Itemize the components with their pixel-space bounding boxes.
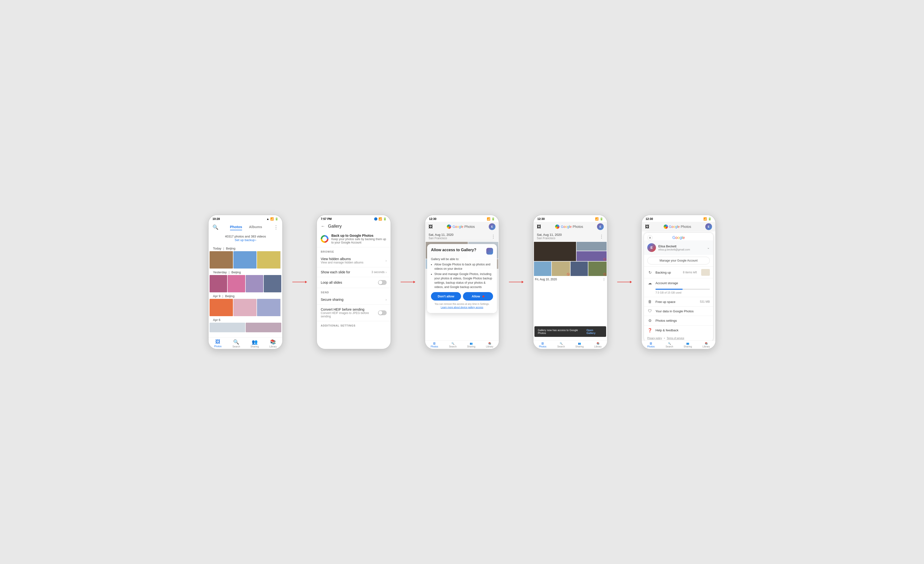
chevron-icon-2: › <box>386 270 387 274</box>
allow-button[interactable]: Allow <box>463 292 493 300</box>
phone5-account-chevron[interactable]: ⌄ <box>707 246 710 249</box>
photo-cell <box>210 322 245 332</box>
phone4-date: Sat, Aug 11, 2020 <box>537 233 562 237</box>
phone5-account-storage[interactable]: ☁ Account storage 7.5 GB of 15 GB used <box>644 278 713 297</box>
dont-allow-button[interactable]: Don't allow <box>431 292 461 300</box>
gallery5-icon: 🖼 <box>645 224 650 229</box>
dialog-title: Allow access to Gallery? <box>431 248 486 252</box>
learn-more-link[interactable]: Learn more about device gallery access <box>431 306 493 309</box>
photos-nav-icon: 🖼 <box>215 339 220 345</box>
dialog-header: Allow access to Gallery? <box>431 248 493 255</box>
terms-of-service-link[interactable]: Terms of service <box>667 337 684 339</box>
phone5-nav-library[interactable]: 📚Library <box>697 342 716 348</box>
photos-icon-5: 🖼 <box>650 342 652 345</box>
phone1-albums-tab[interactable]: Albums <box>249 224 262 230</box>
phone4-nav-photos[interactable]: 🖼Photos <box>534 342 552 348</box>
arrow-2 <box>399 282 417 282</box>
loop-slides-toggle[interactable] <box>378 280 387 285</box>
your-data-label: Your data in Google Photos <box>656 309 710 313</box>
photo-cell4-1 <box>576 242 607 251</box>
phone3-nav-sharing[interactable]: 👥Sharing <box>462 342 480 348</box>
arrow-4 <box>615 282 634 282</box>
phone1-group-apr6: Apr 6 <box>209 316 282 322</box>
phone1-search-icon[interactable]: 🔍 <box>213 224 219 230</box>
settings-icon: ⚙ <box>647 318 652 323</box>
phone1-photos-tab[interactable]: Photos <box>230 224 242 230</box>
phone2-convert-heif[interactable]: Convert HEIF before sending Convert HEIF… <box>317 304 390 321</box>
user-avatar[interactable]: E <box>489 223 495 230</box>
more-icon[interactable]: ⋮ <box>491 234 495 239</box>
phone5-nav-search[interactable]: 🔍Search <box>660 342 679 348</box>
phone3-nav-library[interactable]: 📚Library <box>480 342 499 348</box>
phone1-header: 🔍 Photos Albums ⋮ <box>208 222 282 232</box>
phone2-loop-slides[interactable]: Loop all slides <box>317 277 390 288</box>
allow-access-dialog: Allow access to Gallery? Gallery will be… <box>427 244 497 313</box>
photo-cell-dog4 <box>534 242 576 261</box>
convert-heif-toggle[interactable] <box>378 310 387 315</box>
phone2-view-hidden[interactable]: View hidden albums View and manage hidde… <box>317 254 390 267</box>
user-avatar-5[interactable]: E <box>705 223 712 230</box>
google-label: Google <box>672 236 685 240</box>
phone3-status-bar: 12:30 📶 🔋 <box>425 215 499 222</box>
photos-settings-label: Photos settings <box>656 319 710 322</box>
phone2-title: Gallery <box>328 224 342 229</box>
gp-logo-icon <box>447 225 451 229</box>
gallery4-icon: 🖼 <box>537 224 541 229</box>
phone3-location: San Francisco <box>429 237 453 240</box>
phone4-nav-sharing[interactable]: 👥Sharing <box>570 342 589 348</box>
phone-4: 12:30 📶 🔋 🖼 Google Photos E <box>533 214 608 350</box>
phone5-help[interactable]: ❓ Help & feedback <box>644 325 713 335</box>
phone4-snackbar: Gallery now has access to Google Photos … <box>534 326 606 337</box>
phone2-backup-card[interactable]: Back up to Google Photos Keep your photo… <box>317 231 390 248</box>
more-icon-4[interactable]: ⋮ <box>599 234 604 239</box>
phone1-photo-row-3 <box>209 299 282 316</box>
phone5-photos-settings[interactable]: ⚙ Photos settings <box>644 316 713 325</box>
phone3-nav-photos[interactable]: 🖼Photos <box>425 342 444 348</box>
gp-logo-5 <box>664 225 668 229</box>
user-avatar-4[interactable]: E <box>597 223 604 230</box>
phone5-backing-up[interactable]: ↻ Backing up 8 items left <box>644 266 713 278</box>
dialog-body: Gallery will be able to: Allow Google Ph… <box>431 257 493 289</box>
phone5-status-bar: 12:30 📶 🔋 <box>642 215 716 222</box>
phone5-manage-btn[interactable]: Manage your Google Account <box>647 257 710 264</box>
close-button[interactable]: ✕ <box>647 235 652 240</box>
photo-cell <box>257 299 281 316</box>
search-icon-4: 🔍 <box>560 342 562 345</box>
phone4-nav-search[interactable]: 🔍Search <box>552 342 570 348</box>
phone1-status-bar: 10:28 ▲ 📶 🔋 <box>208 215 282 222</box>
privacy-policy-link[interactable]: Privacy policy <box>647 337 662 339</box>
dialog-bullet-2: Show and manage Google Photos, including… <box>434 272 493 289</box>
phone2-secure-sharing[interactable]: Secure sharing › <box>317 295 390 304</box>
phone5-free-space[interactable]: 🗑 Free up space 531 MB <box>644 297 713 306</box>
phone4-photo-grid: 🚫 🚫 🚫 Fri, Aug 10, 2020 ⋮ <box>534 242 607 283</box>
phone1-nav-sharing[interactable]: 👥 Sharing <box>245 339 264 348</box>
photo-cell <box>210 275 227 292</box>
storage-fill <box>656 289 682 290</box>
phone-5-wrapper: 12:30 📶 🔋 🖼 Google Photos E <box>641 214 716 350</box>
phone2-slide-duration[interactable]: Show each slide for 3 seconds › <box>317 267 390 277</box>
main-container: 10:28 ▲ 📶 🔋 🔍 Photos Albums ⋮ 40317 phot… <box>0 195 924 369</box>
phone1-nav-library[interactable]: 📚 Library <box>264 339 282 348</box>
phone2-time: 7:57 PM <box>321 217 332 220</box>
phone4-bottom-nav: 🖼Photos 🔍Search 👥Sharing 📚Library <box>534 340 607 349</box>
more-icon-4b[interactable]: ⋮ <box>602 278 606 281</box>
bt-icon: 🔵 <box>374 217 378 220</box>
phone5-nav-photos[interactable]: 🖼Photos <box>642 342 660 348</box>
free-space-icon: 🗑 <box>647 300 652 304</box>
phone1-nav-search[interactable]: 🔍 Search <box>227 339 246 348</box>
arrow-line-2 <box>400 282 415 282</box>
phone3-nav-search[interactable]: 🔍Search <box>444 342 462 348</box>
phone4-nav-library[interactable]: 📚Library <box>589 342 608 348</box>
phone5-nav-sharing[interactable]: 👥Sharing <box>679 342 697 348</box>
phone4-date-bar: Sat, Aug 11, 2020 San Francisco ⋮ <box>534 231 607 242</box>
phone2-status-bar: 7:57 PM 🔵 📶 🔋 <box>317 215 390 222</box>
phone5-your-data[interactable]: 🛡 Your data in Google Photos <box>644 306 713 316</box>
phone1-menu-icon[interactable]: ⋮ <box>274 224 278 230</box>
phone2-backup-desc: Keep your photos safe by backing them up… <box>332 237 387 244</box>
open-gallery-btn[interactable]: Open Gallery <box>586 328 603 334</box>
phone1-nav-photos[interactable]: 🖼 Photos <box>208 339 227 348</box>
back-icon[interactable]: ← <box>321 224 325 229</box>
phone1-setup-backup[interactable]: Set up backup › <box>213 238 278 244</box>
phone-3: 12:30 📶 🔋 🖼 Google Photos E <box>425 214 499 350</box>
wifi2-icon: 📶 <box>378 217 382 220</box>
